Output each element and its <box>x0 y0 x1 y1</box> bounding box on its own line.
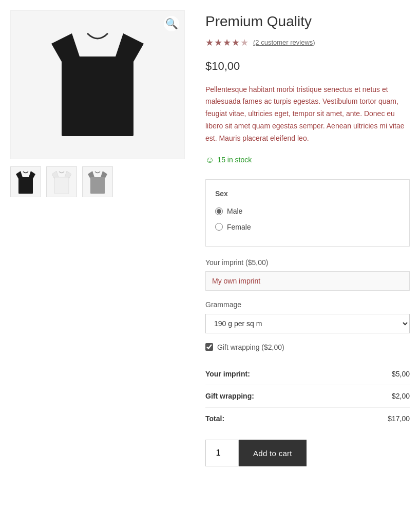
main-product-image: 🔍 <box>10 10 185 159</box>
product-details: Premium Quality ★★★★★ (2 customer review… <box>205 10 410 466</box>
sex-male-option[interactable]: Male <box>215 205 400 217</box>
stock-text: 15 in stock <box>217 154 252 165</box>
rating-row: ★★★★★ (2 customer reviews) <box>205 35 410 50</box>
total-value: $17,00 <box>388 413 410 424</box>
product-title: Premium Quality <box>205 13 410 30</box>
imprint-input[interactable] <box>205 271 410 291</box>
product-gallery: 🔍 <box>10 10 190 466</box>
total-label: Total: <box>205 413 224 424</box>
thumbnail-row <box>10 166 190 197</box>
imprint-section: Your imprint ($5,00) <box>205 257 410 291</box>
stock-row: ☺ 15 in stock <box>205 153 410 167</box>
price-breakdown: Your imprint: $5,00 Gift wrapping: $2,00… <box>205 363 410 429</box>
sex-female-option[interactable]: Female <box>215 221 400 233</box>
total-price-row: Total: $17,00 <box>205 408 410 429</box>
thumbnail-white[interactable] <box>46 166 77 197</box>
sex-male-radio[interactable] <box>215 208 223 215</box>
product-price: $10,00 <box>205 57 410 75</box>
sex-female-radio[interactable] <box>215 223 223 231</box>
gift-wrap-price-label: Gift wrapping: <box>205 390 254 402</box>
imprint-price-label: Your imprint: <box>205 368 250 380</box>
sex-option-box: Sex Male Female <box>205 179 410 247</box>
svg-rect-5 <box>18 177 33 194</box>
imprint-price-value: $5,00 <box>392 368 410 380</box>
quantity-input[interactable] <box>205 440 239 466</box>
gift-wrap-checkbox[interactable] <box>205 343 213 351</box>
add-to-cart-button[interactable]: Add to cart <box>239 440 307 466</box>
sex-male-label: Male <box>227 205 242 217</box>
gift-wrap-price-value: $2,00 <box>392 390 410 402</box>
grammage-select[interactable]: 190 g per sq m <box>205 314 410 333</box>
product-description: Pellentesque habitant morbi tristique se… <box>205 84 410 145</box>
imprint-label: Your imprint ($5,00) <box>205 257 410 268</box>
imprint-price-row: Your imprint: $5,00 <box>205 363 410 385</box>
grammage-section: Grammage 190 g per sq m <box>205 299 410 333</box>
add-to-cart-row: Add to cart <box>205 440 410 466</box>
svg-rect-8 <box>54 177 69 194</box>
star-rating: ★★★★★ <box>205 35 249 50</box>
zoom-icon[interactable]: 🔍 <box>164 16 179 31</box>
sex-option-label: Sex <box>215 188 400 199</box>
svg-rect-2 <box>62 56 133 136</box>
tshirt-image-black <box>51 28 144 141</box>
thumbnail-black[interactable] <box>10 166 41 197</box>
gift-wrap-price-row: Gift wrapping: $2,00 <box>205 385 410 407</box>
gift-wrap-label[interactable]: Gift wrapping ($2,00) <box>217 342 284 353</box>
gift-wrap-row: Gift wrapping ($2,00) <box>205 342 410 353</box>
sex-female-label: Female <box>227 221 251 233</box>
stock-icon: ☺ <box>205 153 214 167</box>
grammage-label: Grammage <box>205 299 410 310</box>
svg-rect-11 <box>90 177 105 194</box>
review-link[interactable]: (2 customer reviews) <box>253 37 315 48</box>
thumbnail-gray[interactable] <box>82 166 113 197</box>
